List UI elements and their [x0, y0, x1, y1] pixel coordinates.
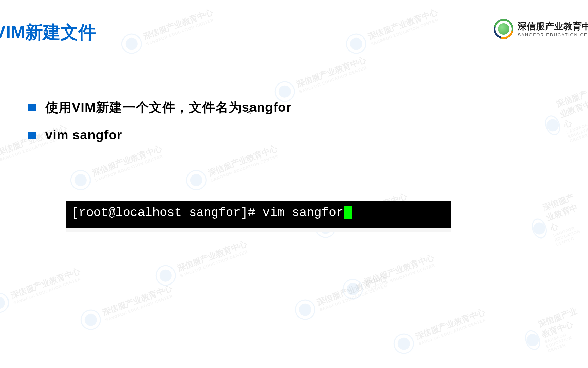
bullet-icon	[28, 132, 36, 139]
bullet-item: vim sangfor	[28, 128, 568, 142]
bullet-text: vim sangfor	[45, 128, 122, 142]
brand-subtitle: SANGFOR EDUCATION CEN	[518, 32, 588, 37]
watermark: 深信服产业教育中心SANGFOR EDUCATION CENTER	[524, 189, 588, 253]
watermark: 深信服产业教育中心SANGFOR EDUCATION CENTER	[292, 270, 390, 323]
brand-logo-block: 深信服产业教育中 SANGFOR EDUCATION CEN	[494, 19, 588, 39]
slide-title: VIM新建文件	[0, 20, 96, 44]
watermark: 深信服产业教育中心SANGFOR EDUCATION CENTER	[391, 304, 489, 357]
watermark: 深信服产业教育中心SANGFOR EDUCATION CENTER	[0, 263, 84, 316]
brand-logo-icon	[494, 19, 513, 39]
watermark: 深信服产业教育中心SANGFOR EDUCATION CENTER	[343, 4, 441, 57]
terminal-command: vim sangfor	[263, 206, 344, 220]
bullet-text: 使用VIM新建一个文件，文件名为sangfor	[45, 99, 292, 116]
terminal: [root@localhost sangfor]# vim sangfor	[66, 201, 451, 228]
content-area: 使用VIM新建一个文件，文件名为sangfor vim sangfor	[28, 99, 568, 154]
bullet-icon	[28, 104, 36, 111]
terminal-prompt: [root@localhost sangfor]#	[71, 206, 263, 220]
watermark: 深信服产业教育中心SANGFOR EDUCATION CENTER	[152, 236, 251, 289]
terminal-cursor-icon	[344, 206, 352, 219]
watermark: 深信服产业教育中心SANGFOR EDUCATION CENTER	[340, 250, 438, 302]
watermark: 深信服产业教育中心SANGFOR EDUCATION CENTER	[118, 4, 217, 57]
watermark: 深信服产业教育中心SANGFOR EDUCATION CENTER	[520, 304, 588, 359]
terminal-shadow	[66, 228, 451, 232]
watermark: 深信服产业教育中心SANGFOR EDUCATION CENTER	[272, 52, 370, 105]
bullet-item: 使用VIM新建一个文件，文件名为sangfor	[28, 99, 568, 116]
watermark: 深信服产业教育中心SANGFOR EDUCATION CENTER	[78, 280, 176, 333]
brand-title: 深信服产业教育中	[518, 20, 588, 32]
terminal-block: [root@localhost sangfor]# vim sangfor	[66, 201, 451, 232]
